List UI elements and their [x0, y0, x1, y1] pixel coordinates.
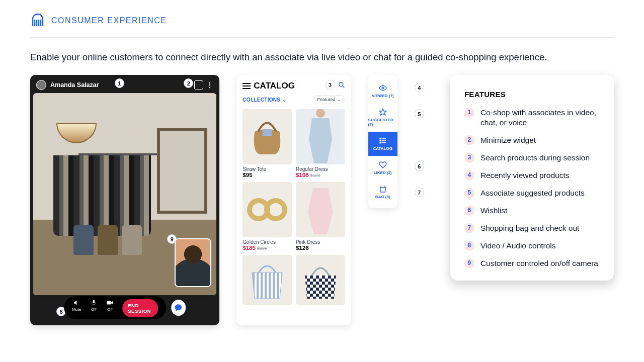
brand-logo-icon	[30, 12, 45, 29]
feature-text: Minimize widget	[480, 135, 536, 145]
pin-7: 7	[415, 188, 424, 197]
pin-2: 2	[184, 78, 193, 88]
features-card: FEATURES 1Co-shop with associates in vid…	[450, 75, 614, 281]
feature-item: 8Video / Audio controls	[464, 241, 600, 251]
svg-marker-21	[379, 109, 386, 115]
feature-item: 4Recently viewed products	[464, 170, 600, 180]
pin-column: 4 5 . 6 7	[415, 75, 424, 197]
self-video-pip[interactable]	[175, 238, 211, 287]
page-title: CONSUMER EXPERIENCE	[51, 16, 167, 25]
product-strike: $205	[257, 246, 267, 251]
svg-point-25	[380, 138, 380, 139]
menu-dots-icon[interactable]: ⋮	[206, 81, 213, 89]
feature-text: Wishlist	[480, 206, 507, 216]
sidebar-label: VIEWED (7)	[372, 94, 394, 98]
page-header: CONSUMER EXPERIENCE	[30, 12, 614, 38]
menu-icon[interactable]	[243, 82, 251, 89]
product-price: $128	[296, 245, 309, 251]
pin-5: 5	[415, 109, 424, 119]
product-card[interactable]	[296, 255, 345, 307]
video-panel: Amanda Salazar 1 2 ⋮ 9 8	[30, 75, 219, 325]
product-card[interactable]: Straw Tote $95	[243, 109, 292, 178]
associate-name: Amanda Salazar	[50, 81, 99, 88]
feature-item: 7Shopping bag and check out	[464, 223, 600, 233]
sidebar-item-viewed[interactable]: VIEWED (7)	[368, 79, 397, 103]
feature-text: Recently viewed products	[480, 170, 570, 180]
catalog-title: CATALOG	[254, 81, 295, 91]
chat-button[interactable]	[171, 300, 185, 316]
feature-text: Co-shop with associates in video, chat, …	[480, 108, 600, 128]
camera-label: Off	[107, 307, 113, 312]
feature-item: 2Minimize widget	[464, 135, 600, 145]
mute-button[interactable]: Mute	[72, 299, 81, 317]
sidebar-label: BAG (5)	[375, 195, 390, 199]
feature-item: 1Co-shop with associates in video, chat,…	[464, 108, 600, 128]
pin-3: 3	[326, 80, 335, 89]
feature-text: Video / Audio controls	[480, 241, 556, 251]
mic-button[interactable]: Off	[90, 299, 97, 317]
product-name: Golden Circles	[243, 239, 292, 245]
camera-button[interactable]: Off	[106, 299, 113, 317]
sidebar-item-suggested[interactable]: SUGGESTED (7)	[368, 103, 397, 132]
sidebar-item-liked[interactable]: LIKED (3)	[368, 156, 397, 180]
product-card[interactable]: Pink Dress $128	[296, 182, 345, 251]
product-price: $185	[243, 245, 256, 251]
catalog-panel: 3 CATALOG COLLECTIONS ⌄ Featured ⌄	[236, 75, 351, 325]
product-image	[296, 109, 345, 164]
product-name: Pink Dress	[296, 239, 345, 245]
sidebar-label: CATALOG	[373, 146, 392, 151]
sidebar-item-bag[interactable]: BAG (5)	[368, 180, 397, 204]
svg-point-27	[380, 142, 380, 143]
svg-rect-6	[107, 301, 111, 305]
chevron-down-icon: ⌄	[337, 97, 341, 102]
product-image	[243, 109, 292, 164]
collections-dropdown[interactable]: COLLECTIONS ⌄	[243, 97, 286, 103]
svg-point-13	[316, 109, 325, 118]
search-icon[interactable]	[338, 81, 345, 91]
minimize-icon[interactable]	[194, 80, 203, 89]
pin-6: 6	[415, 161, 424, 171]
svg-point-20	[382, 87, 384, 89]
sidebar-label: SUGGESTED (7)	[368, 118, 397, 127]
product-card[interactable]	[243, 255, 292, 307]
av-controls: Mute Off Off END SESSION	[64, 296, 166, 319]
product-name: Regular Dress	[296, 166, 345, 172]
end-session-button[interactable]: END SESSION	[122, 299, 158, 317]
feature-item: 3Search products during session	[464, 153, 600, 163]
feature-text: Search products during session	[480, 153, 590, 163]
product-card[interactable]: Golden Circles $185$205	[243, 182, 292, 251]
chevron-down-icon: ⌄	[282, 97, 286, 103]
pin-4: 4	[415, 83, 424, 93]
sidebar-nav: VIEWED (7) SUGGESTED (7) CATALOG LIKED (…	[368, 75, 397, 208]
svg-point-10	[339, 82, 343, 86]
feature-text: Associate suggested products	[480, 188, 585, 198]
product-price: $108	[296, 172, 309, 178]
svg-rect-12	[263, 129, 272, 136]
product-strike: $120	[310, 173, 320, 178]
product-image	[243, 255, 292, 305]
features-title: FEATURES	[464, 90, 600, 99]
collections-label: COLLECTIONS	[243, 97, 280, 103]
product-card[interactable]: Regular Dress $108$120	[296, 109, 345, 178]
featured-label: Featured	[317, 97, 336, 102]
sidebar-item-catalog[interactable]: CATALOG	[368, 132, 397, 156]
mic-label: Off	[91, 307, 97, 312]
feature-item: 5Associate suggested products	[464, 188, 600, 198]
product-name: Straw Tote	[243, 166, 292, 172]
product-price: $95	[243, 172, 252, 178]
product-image	[296, 182, 345, 237]
pin-1: 1	[115, 78, 124, 88]
associate-avatar	[36, 80, 46, 90]
feature-text: Customer controled on/off camera	[480, 258, 598, 268]
featured-dropdown[interactable]: Featured ⌄	[313, 95, 345, 104]
mute-label: Mute	[72, 307, 81, 312]
feature-text: Shopping bag and check out	[480, 223, 580, 233]
sidebar-label: LIKED (3)	[374, 170, 392, 175]
product-image	[243, 182, 292, 237]
feature-item: 6Wishlist	[464, 206, 600, 216]
page-subtitle: Enable your online customers to connect …	[30, 52, 614, 63]
svg-line-11	[342, 86, 344, 88]
feature-item: 9Customer controled on/off camera	[464, 258, 600, 268]
svg-point-26	[380, 140, 380, 141]
product-image	[296, 255, 345, 305]
